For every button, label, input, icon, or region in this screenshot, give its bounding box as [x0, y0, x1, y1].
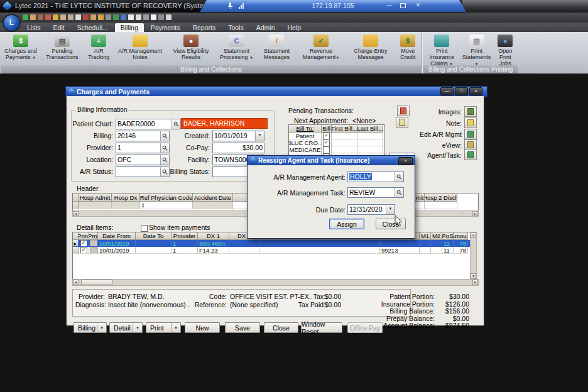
scroll-right-icon[interactable]: ▸ [472, 280, 478, 285]
ar-status-label: A/R Status: [68, 168, 113, 175]
toolbar-icon[interactable] [121, 14, 126, 20]
dropdown-arrow-icon[interactable]: ▼ [386, 205, 395, 214]
ribbon-view-eligibility-results[interactable]: ● View Eligibility Results [166, 33, 215, 60]
toolbar-icon[interactable] [23, 14, 28, 20]
new-button[interactable]: New [185, 322, 220, 333]
toolbar-icon[interactable] [113, 14, 119, 20]
detail-menu-button[interactable]: Detail▼ [109, 322, 143, 333]
window-reset-button[interactable]: Window Reset [301, 322, 342, 333]
toolbar-icon[interactable] [128, 14, 134, 20]
scrollbar-thumb[interactable] [81, 280, 112, 285]
detail-vertical-scrollbar[interactable]: ▴ ▾ [470, 232, 477, 280]
detail-row[interactable]: 10/01/2019 1 F14.23 99213 11 78 [73, 247, 471, 254]
ribbon-statement-messages[interactable]: / Statement Messages [258, 33, 295, 60]
ribbon-print-insurance-claims[interactable]: Print Insurance Claims ▼ [423, 33, 460, 67]
save-button[interactable]: Save [225, 322, 260, 333]
toolbar-icon[interactable] [30, 14, 36, 20]
toolbar-icon[interactable] [158, 14, 164, 20]
ribbon-open-print-jobs[interactable]: ● Open Print Jobs [493, 33, 518, 67]
toolbar-icon[interactable] [83, 14, 89, 20]
window-close-button[interactable]: × [469, 87, 482, 95]
menu-edit[interactable]: Edit [48, 23, 70, 32]
dropdown-arrow-icon[interactable]: ▼ [255, 131, 264, 141]
edit-ar-mgmt-button[interactable] [464, 129, 477, 139]
ribbon-ar-management-notes[interactable]: A/R Management Notes [114, 33, 167, 60]
ar-management-task-field[interactable]: REVIEW [347, 187, 404, 198]
dialog-close-button[interactable]: × [398, 157, 413, 165]
toolbar-icon[interactable] [136, 14, 141, 20]
created-field[interactable]: 10/01/2019 ▼ [212, 131, 264, 141]
window-maximize-button[interactable]: □ [455, 87, 468, 95]
table-row[interactable]: MEDICARE [289, 146, 384, 153]
ribbon-pending-transactions[interactable]: ▤ Pending Transactions [40, 33, 84, 60]
window-minimize-button[interactable]: — [440, 87, 454, 95]
toolbar-icon[interactable] [53, 14, 58, 20]
detail-row-selected[interactable]: ▸ 10/01/2019 1 S60.469A 11 78 [73, 240, 471, 247]
dropdown-arrow-icon: ▼ [32, 56, 36, 60]
toolbar-icon[interactable] [143, 14, 149, 20]
menu-billing[interactable]: Billing [115, 23, 144, 32]
ar-management-agent-field[interactable]: HOLLY [347, 172, 404, 182]
eview-button[interactable] [464, 139, 477, 150]
rdp-restore-button[interactable] [398, 1, 408, 9]
toolbar-icon[interactable] [98, 14, 104, 20]
table-row[interactable]: Patient [289, 133, 384, 139]
ribbon-charges-and-payments[interactable]: $ Charges and Payments ▼ [1, 33, 40, 61]
assign-button[interactable]: Assign [329, 219, 364, 229]
search-icon[interactable] [172, 119, 180, 129]
toolbar-icon[interactable] [90, 14, 96, 20]
ribbon-statement-processing[interactable]: C Statement Processing ▼ [215, 33, 258, 61]
toolbar-icon[interactable] [38, 14, 43, 20]
scroll-right-icon[interactable]: ▸ [472, 211, 478, 216]
scroll-down-icon[interactable]: ▾ [471, 273, 476, 279]
due-date-field[interactable]: 12/31/2020 ▼ [347, 204, 395, 215]
toolbar-icon[interactable] [68, 14, 74, 20]
detail-horizontal-scrollbar[interactable]: ◂ ▸ [72, 279, 479, 286]
note-button[interactable] [464, 117, 477, 128]
agent-task-button[interactable] [464, 150, 477, 160]
scroll-left-icon[interactable]: ◂ [73, 280, 79, 285]
toolbar-icon[interactable] [60, 14, 66, 20]
menu-payments[interactable]: Payments [145, 23, 186, 32]
scroll-up-icon[interactable]: ▴ [471, 232, 476, 238]
menu-tools[interactable]: Tools [222, 23, 249, 32]
quick-access-icons[interactable] [23, 14, 172, 20]
table-row[interactable]: BLUE CRO... [289, 139, 384, 146]
print-menu-button[interactable]: Print▼ [146, 322, 181, 333]
close-button[interactable]: Close [264, 322, 298, 333]
search-icon[interactable] [395, 188, 403, 197]
menu-help[interactable]: Help [281, 23, 307, 32]
toolbar-icon[interactable] [106, 14, 111, 20]
ribbon-revenue-management[interactable]: ✓ Revenue Management▼ [296, 33, 347, 61]
show-item-payments-checkbox[interactable] [141, 225, 148, 232]
toolbar-icon[interactable] [45, 14, 51, 20]
rdp-minimize-button[interactable]: — [384, 1, 395, 9]
dialog-titlebar[interactable]: Reassign Agent and Task (Insurance) [248, 156, 415, 165]
search-icon[interactable] [395, 172, 403, 182]
ribbon-charge-entry-messages[interactable]: Charge Entry Messages [346, 33, 395, 60]
bill-checkbox[interactable] [323, 146, 330, 153]
billing-menu-button[interactable]: Billing▼ [74, 322, 107, 333]
detail-items-table[interactable]: Print Pmt Date From Date To Provider DX … [72, 232, 471, 280]
toolbar-icon[interactable] [75, 14, 81, 20]
bill-checkbox[interactable] [323, 139, 330, 146]
scroll-left-icon[interactable]: ◂ [73, 211, 79, 216]
print-checkbox[interactable] [80, 247, 87, 254]
ribbon-move-credit[interactable]: $ Move Credit [395, 33, 421, 60]
patient-chart-field[interactable]: BADER0000 [116, 119, 181, 129]
images-button[interactable] [464, 106, 477, 117]
copay-field[interactable]: $30.00 [212, 143, 264, 153]
ribbon-print-statements[interactable]: ▤ Print Statements ▼ [460, 33, 493, 67]
toolbar-icon[interactable] [166, 14, 172, 20]
ribbon-ar-tracking[interactable]: + A/R Tracking [84, 33, 114, 60]
menu-scheduling[interactable]: Scheduli... [72, 23, 114, 32]
toolbar-icon[interactable] [151, 14, 156, 20]
menu-reports[interactable]: Reports [187, 23, 221, 32]
print-checkbox[interactable] [80, 240, 87, 247]
rdp-close-button[interactable]: ✕ [413, 1, 423, 9]
lytec-orb-button[interactable]: L [3, 14, 21, 32]
last-bill-header: Last Bill... [357, 125, 383, 133]
menu-lists[interactable]: Lists [21, 23, 46, 32]
menu-admin[interactable]: Admin [251, 23, 281, 32]
bill-checkbox[interactable] [323, 133, 330, 139]
